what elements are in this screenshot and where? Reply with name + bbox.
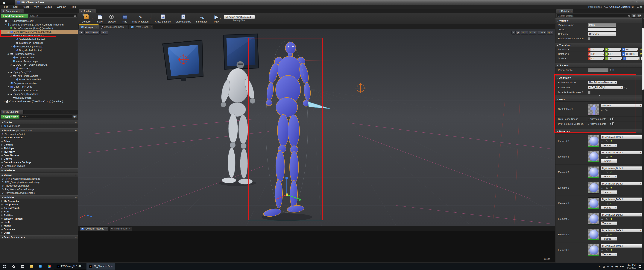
components-search-input[interactable]: Search: [29, 14, 77, 18]
section-sockets[interactable]: Sockets: [556, 63, 644, 68]
tree-row[interactable]: DropWeaponLocation: [0, 81, 78, 85]
menu-file[interactable]: File: [2, 6, 10, 8]
expander-icon[interactable]: [7, 31, 9, 33]
reset-material-icon[interactable]: ↺: [610, 249, 613, 251]
class-defaults-button[interactable]: Class Defaults: [173, 13, 194, 24]
blueprint-row[interactable]: Variables +: [0, 195, 78, 199]
search-button[interactable]: [9, 263, 18, 270]
display-filter-button[interactable]: ◉▾: [637, 14, 642, 18]
blueprint-row[interactable]: Character_Tweaks: [0, 164, 78, 168]
material-thumbnail[interactable]: [588, 151, 600, 162]
tab-components[interactable]: ▤ Components ×: [1, 9, 24, 13]
tab-toolbar[interactable]: ⚒ Toolbar ×: [79, 9, 96, 13]
advanced-expander[interactable]: ▼: [556, 95, 644, 97]
tab-compiler-results[interactable]: >_ Compiler Results ×: [80, 226, 108, 231]
blueprint-row[interactable]: PlayWeaponRaiseMontage: [0, 188, 78, 191]
expander-icon[interactable]: [10, 64, 12, 66]
close-icon[interactable]: ×: [129, 228, 130, 230]
chevron-down-icon[interactable]: ▾: [220, 17, 221, 19]
tree-row[interactable]: HeldObjectRoot (Inherited): [0, 34, 78, 38]
rotation-y-field[interactable]: Y0.0 °: [605, 52, 621, 56]
tree-row[interactable]: SpringArm_DeathCam: [0, 92, 78, 96]
trash-icon[interactable]: [612, 118, 614, 120]
close-button[interactable]: ✕: [641, 0, 643, 3]
perspective-dropdown[interactable]: Perspective: [84, 31, 100, 35]
tree-row[interactable]: VisualMeshes (Inherited): [0, 45, 78, 49]
add-icon[interactable]: +: [75, 129, 76, 132]
tooltip-field[interactable]: [588, 28, 616, 31]
add-icon[interactable]: +: [75, 236, 76, 239]
simulation-button[interactable]: Simulation: [194, 13, 210, 24]
textures-button[interactable]: Textures▾: [601, 159, 617, 163]
reset-material-icon[interactable]: ↺: [610, 187, 613, 189]
use-selected-icon[interactable]: ←: [627, 86, 630, 89]
chevron-down-icon[interactable]: ▾: [150, 17, 151, 19]
close-icon[interactable]: ×: [126, 26, 127, 28]
blueprint-row[interactable]: Functions (88 Overridable) +: [0, 128, 78, 132]
wrench-icon[interactable]: ⚙: [640, 6, 642, 8]
camera-speed-button[interactable]: ◎4: [547, 31, 553, 35]
tray-onedrive-icon[interactable]: ◈: [607, 265, 609, 268]
scale-y-field[interactable]: Y1.0: [606, 57, 622, 60]
menu-help[interactable]: Help: [68, 6, 78, 8]
menu-window[interactable]: Window: [55, 6, 68, 8]
parent-class-value[interactable]: ALS Anim Man Character BP: [604, 6, 636, 8]
compiler-results-log[interactable]: Clear: [78, 231, 555, 262]
material-dropdown[interactable]: M_AnimMan_Default▾: [601, 244, 642, 248]
blueprint-row[interactable]: Pick Ups: [0, 147, 78, 150]
blueprint-row[interactable]: Graphs +: [0, 120, 78, 124]
taskbar-app-bp-characterbase[interactable]: u BP_CharacterBase: [86, 263, 115, 270]
material-thumbnail[interactable]: [588, 229, 600, 240]
material-dropdown[interactable]: M_AnimMan_Default▾: [601, 229, 642, 232]
blueprint-row[interactable]: Macros +: [0, 173, 78, 177]
skeletal-mesh-thumbnail[interactable]: [588, 104, 600, 115]
blueprint-row[interactable]: Camera: [0, 143, 78, 147]
close-icon[interactable]: ×: [96, 26, 98, 28]
blueprint-row[interactable]: Inventory: [0, 150, 78, 154]
category-dropdown[interactable]: Character▾: [588, 32, 616, 36]
use-selected-icon[interactable]: ←: [601, 233, 604, 236]
minimize-button[interactable]: —: [632, 0, 634, 3]
textures-button[interactable]: Textures▾: [601, 144, 617, 147]
expander-icon[interactable]: [7, 93, 9, 95]
blueprint-row[interactable]: Checks: [0, 157, 78, 161]
location-label[interactable]: Location ▾: [556, 48, 586, 51]
rotation-x-field[interactable]: X0.0 °: [588, 52, 604, 56]
close-icon[interactable]: ×: [21, 10, 22, 12]
menu-debug[interactable]: Debug: [42, 6, 54, 8]
tree-row[interactable]: SkeletalMesh (Inherited): [0, 38, 78, 41]
menu-view[interactable]: View: [32, 6, 42, 8]
add-element-icon[interactable]: +: [610, 122, 612, 125]
tree-row[interactable]: SpringArm_TPP: [0, 70, 78, 74]
material-thumbnail[interactable]: [588, 166, 600, 178]
blueprint-row[interactable]: Other: [0, 139, 78, 143]
blueprint-row[interactable]: My Character: [0, 199, 78, 203]
tab-my-blueprint[interactable]: ▥ My Blueprint ×: [1, 110, 24, 114]
tree-row[interactable]: FirstPersonCamera: [0, 52, 78, 56]
use-selected-icon[interactable]: ←: [600, 108, 603, 111]
scale-snap-toggle[interactable]: ↔0.25: [537, 31, 546, 35]
textures-button[interactable]: Textures▾: [601, 252, 617, 256]
rotation-label[interactable]: Rotation ▾: [556, 53, 586, 55]
find-button[interactable]: Find: [120, 13, 130, 24]
parent-socket-field[interactable]: [588, 68, 608, 72]
reset-material-icon[interactable]: ↺: [610, 233, 613, 236]
material-thumbnail[interactable]: [588, 197, 600, 209]
details-search-input[interactable]: Search Details: [556, 14, 631, 18]
close-icon[interactable]: ×: [21, 111, 22, 113]
property-matrix-button[interactable]: ▦: [632, 14, 636, 18]
location-y-field[interactable]: Y0.0: [605, 48, 621, 51]
tree-row[interactable]: ArrowComponent (Arrow) (Inherited): [0, 27, 78, 30]
clear-socket-icon[interactable]: ✕: [612, 69, 614, 71]
tray-display-icon[interactable]: ▤: [603, 265, 605, 268]
tray-network-icon[interactable]: ◉: [611, 265, 613, 268]
section-materials[interactable]: Materials: [556, 129, 644, 133]
blueprint-row[interactable]: TPP_SwappingWeaponMontage: [0, 181, 78, 184]
menu-edit[interactable]: Edit: [11, 6, 20, 8]
location-z-field[interactable]: Z-90.0: [622, 48, 638, 51]
maximize-viewport-button[interactable]: ⊞: [512, 31, 516, 35]
add-icon[interactable]: +: [75, 174, 76, 176]
reset-material-icon[interactable]: ↺: [610, 202, 613, 205]
clear-log-button[interactable]: Clear: [544, 257, 550, 260]
section-mesh[interactable]: Mesh: [556, 97, 644, 102]
